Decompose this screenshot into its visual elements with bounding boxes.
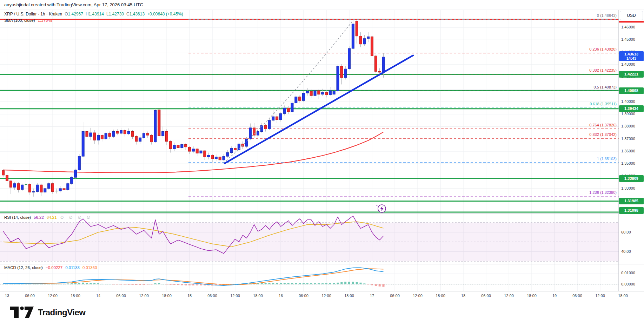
- macd-histogram-bar: [101, 284, 103, 284]
- time-axis-label[interactable]: 19: [552, 294, 557, 298]
- up-candle: [382, 57, 385, 72]
- time-axis-label[interactable]: 18:00: [436, 294, 445, 298]
- up-candle: [181, 145, 183, 148]
- time-axis-label[interactable]: 06:00: [207, 294, 217, 298]
- macd-histogram-bar: [310, 283, 312, 284]
- sma-legend[interactable]: SMA (100, close)1.37549: [4, 18, 52, 22]
- time-axis-label[interactable]: 06:00: [390, 294, 400, 298]
- time-axis-label[interactable]: 18:00: [71, 294, 80, 298]
- time-axis-label[interactable]: 12:00: [413, 294, 423, 298]
- up-candle: [226, 153, 229, 157]
- macd-histogram-bar: [295, 283, 297, 284]
- time-axis-label[interactable]: 13: [5, 294, 9, 298]
- time-axis-label[interactable]: 12:00: [48, 294, 58, 298]
- change-value: +0.00648 (+0.45%): [147, 12, 183, 17]
- lightning-icon[interactable]: [377, 205, 386, 212]
- macd-histogram-bar: [21, 284, 23, 284]
- time-axis-label[interactable]: 18:00: [162, 294, 172, 298]
- down-candle: [93, 133, 96, 140]
- current-price-badge[interactable]: 1.4361314:43: [619, 51, 644, 61]
- macd-histogram-bar: [340, 282, 343, 284]
- time-axis-label[interactable]: 18:00: [344, 294, 354, 298]
- price-alert-badge[interactable]: 1.39434: [619, 105, 644, 112]
- red-line-axis-marker: [619, 21, 644, 22]
- macd-signal-value: 0.01360: [82, 265, 97, 270]
- horizontal-lines-layer[interactable]: [0, 19, 619, 212]
- time-axis-label[interactable]: 12:00: [321, 294, 331, 298]
- time-axis-label[interactable]: 06:00: [25, 294, 35, 298]
- chart-canvas[interactable]: [0, 0, 644, 322]
- time-axis-label[interactable]: 12:00: [504, 294, 514, 298]
- macd-histogram-bar: [173, 284, 175, 285]
- down-candle: [52, 184, 54, 192]
- macd-histogram-bar: [154, 283, 157, 284]
- down-candle: [101, 135, 103, 139]
- price-alert-badge[interactable]: 1.31985: [619, 198, 644, 204]
- time-axis-label[interactable]: 12:00: [139, 294, 149, 298]
- price-alert-badge[interactable]: 1.40898: [619, 87, 644, 94]
- ohlc-letter: H: [86, 12, 89, 17]
- tradingview-chart-screenshot: aayushjindal created with TradingView.co…: [0, 0, 644, 322]
- time-axis-label[interactable]: 06:00: [116, 294, 126, 298]
- down-candle: [40, 185, 42, 192]
- price-alert-badge[interactable]: 1.33809: [619, 175, 644, 182]
- fib-level-label: 0 (1.46643): [597, 13, 617, 18]
- blue-trendline[interactable]: [225, 55, 413, 163]
- price-alert-badge[interactable]: 1.42221: [619, 71, 644, 78]
- down-candle: [116, 132, 119, 133]
- fib-level-label: 1.236 (1.32380): [589, 190, 617, 195]
- price-alert-badge[interactable]: 1.31098: [619, 207, 644, 214]
- down-candle: [318, 91, 320, 94]
- sparkle-dot: [377, 205, 378, 206]
- symbol-title[interactable]: XRP / U.S. Dollar · 1h · Kraken: [4, 12, 62, 17]
- symbol-title-row[interactable]: XRP / U.S. Dollar · 1h · KrakenO1.42967H…: [4, 12, 183, 17]
- down-candle: [378, 71, 381, 72]
- macd-histogram-bar: [333, 283, 335, 284]
- time-axis-label[interactable]: 18:00: [253, 294, 263, 298]
- macd-histogram-bar: [89, 283, 92, 284]
- up-candle: [173, 145, 175, 149]
- macd-histogram-bar: [67, 283, 69, 284]
- down-candle: [264, 125, 267, 129]
- macd-histogram-bar: [63, 284, 65, 284]
- time-axis-label[interactable]: 06:00: [572, 294, 582, 298]
- macd-histogram-bar: [329, 283, 331, 284]
- macd-histogram-bar: [188, 284, 191, 285]
- macd-histogram-bar: [352, 282, 354, 284]
- macd-histogram-bar: [306, 283, 308, 284]
- time-axis-label[interactable]: 16: [279, 294, 283, 298]
- time-axis-label[interactable]: 18:00: [618, 294, 628, 298]
- time-axis-label[interactable]: 18:00: [527, 294, 537, 298]
- down-candle: [150, 135, 153, 142]
- down-candle: [310, 91, 312, 96]
- time-axis-label[interactable]: 18: [461, 294, 465, 298]
- macd-histogram-bar: [287, 283, 290, 284]
- time-axis-label[interactable]: 12:00: [230, 294, 240, 298]
- macd-histogram-bar: [40, 284, 42, 284]
- up-candle: [67, 184, 69, 190]
- up-candle: [207, 155, 210, 157]
- up-candle: [13, 184, 16, 188]
- macd-histogram-bar: [299, 283, 301, 284]
- time-axis-label[interactable]: 06:00: [299, 294, 308, 298]
- up-candle: [295, 97, 297, 103]
- tradingview-logo[interactable]: TradingView: [9, 305, 85, 320]
- macd-legend[interactable]: MACD (12, 26, close)−0.002270.011330.013…: [4, 265, 97, 270]
- up-candle: [143, 133, 145, 138]
- rsi-legend[interactable]: RSI (14, close)56.2264.21∅ ∅ ∅ ∅: [4, 215, 92, 220]
- time-axis-label[interactable]: 17: [370, 294, 374, 298]
- rsi-pane[interactable]: [0, 216, 619, 261]
- up-candle: [105, 133, 107, 139]
- time-axis-label[interactable]: 15: [187, 294, 192, 298]
- macd-pane[interactable]: [0, 268, 619, 287]
- time-axis-label[interactable]: 12:00: [595, 294, 605, 298]
- macd-histogram-bar: [383, 284, 385, 287]
- macd-histogram-bar: [291, 283, 293, 284]
- time-axis-label[interactable]: 14: [96, 294, 100, 298]
- up-candle: [238, 144, 240, 150]
- macd-histogram-bar: [132, 284, 134, 285]
- currency-toggle-button[interactable]: USD: [620, 11, 643, 20]
- down-candle: [124, 130, 126, 134]
- up-candle: [48, 184, 50, 189]
- time-axis-label[interactable]: 06:00: [481, 294, 491, 298]
